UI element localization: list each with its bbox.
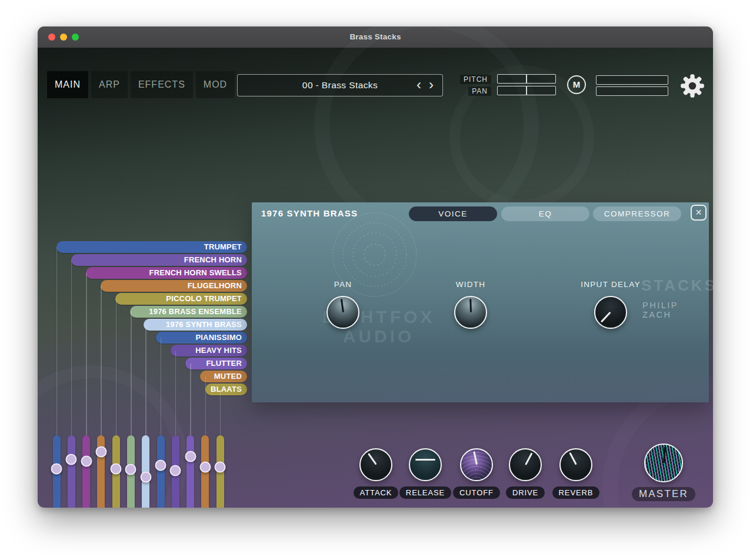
pitch-pan-group: PITCH PAN bbox=[449, 74, 556, 95]
volume-fader[interactable] bbox=[186, 435, 194, 508]
instrument-bar[interactable]: PICCOLO TRUMPET bbox=[115, 293, 247, 305]
master-knob[interactable] bbox=[644, 444, 683, 482]
instrument-bar[interactable]: FRENCH HORN SWELLS bbox=[86, 267, 247, 279]
fader-handle[interactable] bbox=[111, 463, 122, 474]
fader-handle[interactable] bbox=[170, 465, 181, 476]
tab-voice[interactable]: VOICE bbox=[409, 206, 497, 221]
fader-handle[interactable] bbox=[155, 460, 166, 471]
instrument-name: FLUTTER bbox=[206, 358, 247, 369]
titlebar[interactable]: Brass Stacks bbox=[38, 26, 713, 48]
instrument-row: FLUGELHORN bbox=[38, 280, 247, 292]
volume-fader[interactable] bbox=[68, 435, 75, 508]
volume-fader[interactable] bbox=[97, 435, 105, 508]
volume-fader[interactable] bbox=[157, 435, 165, 508]
tab-main[interactable]: MAIN bbox=[47, 71, 88, 98]
attack-knob[interactable] bbox=[359, 448, 392, 481]
window-title: Brass Stacks bbox=[38, 26, 713, 48]
instrument-row: BLAATS bbox=[38, 384, 247, 395]
volume-fader[interactable] bbox=[216, 435, 224, 508]
fader-handle[interactable] bbox=[125, 464, 136, 475]
pitch-label: PITCH bbox=[460, 75, 491, 84]
pan-label: PAN bbox=[468, 86, 491, 96]
reverb-knob-label: REVERB bbox=[552, 486, 600, 499]
plugin-window: Brass Stacks MAIN ARP EFFECTS MOD 00 - B… bbox=[38, 26, 713, 508]
output-meter-bottom[interactable] bbox=[596, 86, 668, 96]
output-meters bbox=[596, 75, 668, 96]
tab-eq[interactable]: EQ bbox=[501, 206, 589, 221]
tab-compressor[interactable]: COMPRESSOR bbox=[593, 206, 681, 221]
instrument-row: PIANISSIMO bbox=[38, 332, 247, 344]
pan-knob[interactable] bbox=[326, 296, 359, 329]
instrument-name: PICCOLO TRUMPET bbox=[166, 293, 247, 305]
pitch-slider[interactable] bbox=[497, 74, 556, 84]
volume-fader[interactable] bbox=[53, 435, 61, 508]
instrument-row: 1976 SYNTH BRASS bbox=[38, 319, 247, 331]
instrument-row: FLUTTER bbox=[38, 358, 247, 369]
instrument-row: TRUMPET bbox=[38, 241, 247, 253]
attack-knob-label: ATTACK bbox=[354, 486, 399, 499]
fader-handle[interactable] bbox=[81, 456, 92, 467]
instrument-bar[interactable]: FRENCH HORN bbox=[71, 254, 247, 266]
master-knob-label: MASTER bbox=[632, 487, 695, 501]
instrument-bar[interactable]: 1976 BRASS ENSEMBLE bbox=[130, 306, 247, 318]
volume-fader[interactable] bbox=[172, 435, 179, 508]
release-knob[interactable] bbox=[409, 448, 442, 481]
release-indicator bbox=[415, 459, 435, 461]
preset-name: 00 - Brass Stacks bbox=[238, 75, 442, 95]
volume-fader[interactable] bbox=[112, 435, 120, 508]
fader-handle[interactable] bbox=[66, 454, 77, 465]
top-tab-bar: MAIN ARP EFFECTS MOD bbox=[47, 71, 235, 98]
instrument-bar[interactable]: BLAATS bbox=[205, 384, 247, 395]
stacks-watermark: STACKS bbox=[641, 276, 713, 295]
volume-fader[interactable] bbox=[127, 435, 135, 508]
fader-handle[interactable] bbox=[185, 451, 196, 462]
instrument-name: MUTED bbox=[214, 371, 247, 382]
instrument-name: FRENCH HORN SWELLS bbox=[149, 267, 247, 279]
preset-prev-icon[interactable]: ‹ bbox=[417, 75, 421, 95]
fader-handle[interactable] bbox=[95, 446, 106, 458]
instrument-row: FRENCH HORN SWELLS bbox=[38, 267, 247, 279]
volume-fader[interactable] bbox=[201, 435, 209, 508]
fader-handle[interactable] bbox=[215, 461, 226, 472]
instrument-bar[interactable]: FLUGELHORN bbox=[101, 280, 247, 292]
pan-slider[interactable] bbox=[497, 86, 556, 95]
close-icon[interactable]: ✕ bbox=[691, 205, 707, 221]
output-meter-top[interactable] bbox=[596, 75, 668, 85]
instrument-bar[interactable]: FLUTTER bbox=[185, 358, 247, 369]
gear-icon bbox=[679, 72, 706, 99]
instrument-bar[interactable]: HEAVY HITS bbox=[171, 345, 247, 356]
preset-selector[interactable]: 00 - Brass Stacks ‹ › bbox=[237, 74, 443, 96]
volume-fader[interactable] bbox=[82, 435, 90, 508]
fader-handle[interactable] bbox=[199, 461, 211, 472]
instrument-bar[interactable]: MUTED bbox=[200, 371, 247, 382]
instrument-bar[interactable]: PIANISSIMO bbox=[156, 332, 247, 344]
drive-knob-label: DRIVE bbox=[506, 486, 545, 499]
tab-effects[interactable]: EFFECTS bbox=[131, 71, 193, 98]
instrument-name: FLUGELHORN bbox=[188, 280, 247, 292]
width-knob[interactable] bbox=[454, 296, 487, 329]
settings-button[interactable] bbox=[679, 72, 706, 99]
input-delay-knob[interactable] bbox=[594, 296, 627, 329]
midi-button[interactable]: M bbox=[567, 75, 586, 94]
volume-fader[interactable] bbox=[142, 435, 149, 508]
instrument-name: HEAVY HITS bbox=[195, 345, 247, 356]
reverb-knob[interactable] bbox=[559, 448, 592, 481]
preset-next-icon[interactable]: › bbox=[429, 75, 434, 95]
tab-arp[interactable]: ARP bbox=[91, 71, 128, 98]
author-credit: PHILIP ZACH bbox=[642, 301, 709, 319]
cutoff-knob[interactable] bbox=[460, 448, 493, 481]
fader-handle[interactable] bbox=[140, 472, 151, 483]
drive-knob[interactable] bbox=[509, 448, 542, 481]
instrument-row: HEAVY HITS bbox=[38, 345, 247, 356]
instrument-bar[interactable]: 1976 SYNTH BRASS bbox=[144, 319, 247, 331]
instrument-name: BLAATS bbox=[211, 384, 247, 395]
width-knob-label: WIDTH bbox=[435, 280, 506, 289]
fader-handle[interactable] bbox=[51, 463, 62, 474]
instrument-bar[interactable]: TRUMPET bbox=[56, 241, 247, 253]
instrument-row: 1976 BRASS ENSEMBLE bbox=[38, 306, 247, 318]
tab-mod[interactable]: MOD bbox=[196, 71, 235, 98]
fader-bank bbox=[53, 435, 224, 508]
instrument-row: PICCOLO TRUMPET bbox=[38, 293, 247, 305]
cutoff-knob-label: CUTOFF bbox=[453, 486, 500, 499]
release-knob-label: RELEASE bbox=[399, 486, 451, 499]
